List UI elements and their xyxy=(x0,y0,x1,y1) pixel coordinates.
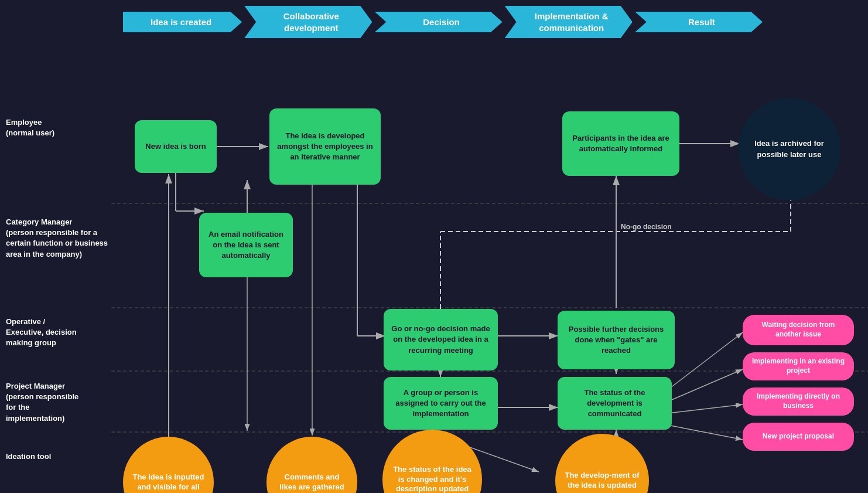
row-label-operative: Operative / Executive, decision making g… xyxy=(0,317,111,349)
green-box-further-decisions: Possible further decisions done when "ga… xyxy=(558,311,675,369)
orange-circle-idea-inputted: The idea is inputted and visible for all xyxy=(123,437,214,493)
row-label-ideation-tool: Ideation tool xyxy=(0,451,111,462)
pink-box-implementing-existing: Implementing in an existing project xyxy=(743,352,854,380)
no-go-label: No-go decision xyxy=(621,223,672,231)
chevron-result: Result xyxy=(635,12,763,33)
green-box-idea-developed: The idea is developed amongst the employ… xyxy=(269,108,381,185)
main-area: Employee (normal user) Category Manager … xyxy=(0,50,868,493)
orange-circle-status-changed: The status of the idea is changed and it… xyxy=(382,430,482,493)
pink-box-new-project-proposal: New project proposal xyxy=(743,423,854,451)
orange-circle-comments-likes: Comments and likes are gathered xyxy=(266,437,357,493)
svg-line-28 xyxy=(668,369,743,402)
pink-box-implementing-directly: Implementing directly on business xyxy=(743,387,854,416)
pink-box-waiting-decision: Waiting decision from another issue xyxy=(743,315,854,345)
orange-circle-development-updated: The develop-ment of the idea is updated xyxy=(555,434,649,493)
green-box-new-idea: New idea is born xyxy=(135,120,217,173)
green-box-group-assigned: A group or person is assigned to carry o… xyxy=(384,377,498,430)
chevron-collaborative: Collaborative development xyxy=(244,6,372,38)
green-box-go-nogo: Go or no-go decision made on the develop… xyxy=(384,309,498,370)
svg-line-29 xyxy=(668,404,743,413)
row-label-project-manager: Project Manager (person responsible for … xyxy=(0,381,111,424)
header-row: Idea is created Collaborative developmen… xyxy=(0,0,868,44)
svg-line-30 xyxy=(668,425,743,440)
svg-line-27 xyxy=(668,332,743,390)
green-box-participants-informed: Participants in the idea are automatical… xyxy=(562,111,679,176)
dark-circle-idea-archived: Idea is archived for possible later use xyxy=(738,98,840,200)
green-box-status-communicated: The status of the development is communi… xyxy=(558,377,672,430)
row-label-category-manager: Category Manager (person responsible for… xyxy=(0,217,111,260)
chevron-implementation: Implementation & communication xyxy=(505,6,633,38)
diagram-container: Idea is created Collaborative developmen… xyxy=(0,0,868,493)
green-box-email-notification: An email notification on the idea is sen… xyxy=(199,213,293,277)
chevron-idea-created: Idea is created xyxy=(123,12,242,33)
row-label-employee: Employee (normal user) xyxy=(0,117,111,138)
chevron-decision: Decision xyxy=(374,12,502,33)
